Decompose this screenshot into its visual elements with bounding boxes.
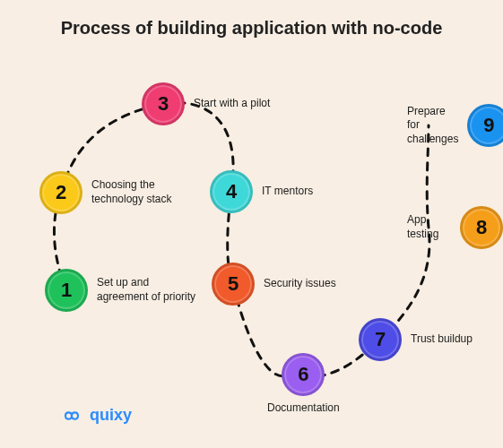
step-bubble-2: 2 [39, 171, 82, 214]
step-label-4: IT mentors [262, 185, 313, 199]
step-bubble-7: 7 [359, 318, 402, 361]
step-8: 8App testing [407, 206, 503, 249]
step-1: 1Set up and agreement of priority [45, 269, 200, 312]
brand-text: quixy [90, 406, 132, 425]
diagram-canvas: 1Set up and agreement of priority2Choosi… [0, 0, 503, 448]
step-label-5: Security issues [264, 277, 336, 291]
step-4: 4IT mentors [210, 170, 313, 213]
step-3: 3Start with a pilot [142, 82, 270, 125]
infinity-icon [59, 408, 84, 424]
step-bubble-3: 3 [142, 82, 185, 125]
step-5: 5Security issues [212, 263, 336, 306]
step-7: 7Trust buildup [359, 318, 473, 361]
step-bubble-6: 6 [282, 353, 325, 396]
brand-logo: quixy [59, 406, 132, 425]
step-bubble-9: 9 [467, 104, 503, 147]
step-6: 6Documentation [267, 353, 340, 416]
step-9: 9Prepare for challenges [407, 104, 503, 147]
step-bubble-4: 4 [210, 170, 253, 213]
step-label-8: App testing [407, 213, 451, 241]
step-label-1: Set up and agreement of priority [97, 276, 200, 304]
step-label-3: Start with a pilot [194, 97, 270, 111]
step-bubble-5: 5 [212, 263, 255, 306]
step-2: 2Choosing the technology stack [39, 171, 195, 214]
step-label-9: Prepare for challenges [407, 105, 458, 147]
step-label-7: Trust buildup [411, 332, 473, 347]
step-bubble-1: 1 [45, 269, 88, 312]
step-bubble-8: 8 [460, 206, 503, 249]
step-label-6: Documentation [267, 401, 340, 416]
step-label-2: Choosing the technology stack [91, 178, 195, 206]
